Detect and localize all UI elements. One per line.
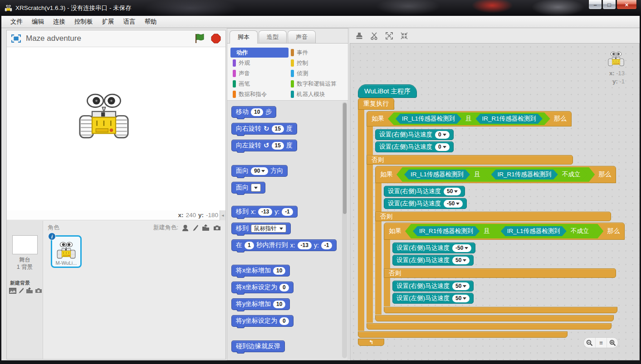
- new-sprite-paint-icon[interactable]: [192, 224, 198, 231]
- sensor-ir-l1[interactable]: IR_L1传感器检测到: [404, 170, 470, 180]
- green-flag-button[interactable]: [194, 34, 206, 44]
- sensor-ir-r1[interactable]: IR_R1传感器检测到: [413, 226, 480, 236]
- if-foot-2[interactable]: [375, 315, 614, 321]
- tab-scripts[interactable]: 脚本: [230, 30, 258, 44]
- set-left-motor-block[interactable]: 设置(左侧)马达速度 0: [375, 141, 454, 152]
- new-backdrop-library-icon[interactable]: [9, 288, 16, 294]
- fullscreen-icon[interactable]: [11, 34, 21, 43]
- set-left-motor-block[interactable]: 设置(左侧)马达速度 -50: [384, 198, 467, 209]
- palette-scrollbar-thumb[interactable]: [343, 103, 347, 214]
- category-pen[interactable]: 画笔: [230, 79, 289, 89]
- forever-loop-arrow-icon[interactable]: ↰: [358, 339, 384, 346]
- block-change-y[interactable]: 将y坐标增加10: [231, 298, 290, 310]
- category-sensing[interactable]: 侦测: [289, 68, 347, 78]
- else-bar-1[interactable]: 否则: [367, 155, 573, 165]
- not-operator[interactable]: IR_L1传感器检测到 不成立: [494, 225, 596, 237]
- close-button[interactable]: ×: [617, 0, 637, 10]
- sprite-card-wulibot[interactable]: i M-WuLi...: [51, 235, 82, 268]
- minimize-button[interactable]: –: [588, 0, 602, 10]
- category-operators[interactable]: 数字和逻辑运算: [289, 79, 347, 89]
- sprite-panel: 舞台 1 背景 新建背景: [7, 221, 225, 359]
- sensor-ir-r1[interactable]: IR_R1传感器检测到: [476, 114, 543, 124]
- menu-item-help[interactable]: 帮助: [140, 16, 161, 28]
- block-change-x[interactable]: 将x坐标增加10: [231, 265, 290, 277]
- if-foot-1[interactable]: [367, 323, 612, 330]
- stage-canvas[interactable]: [7, 47, 225, 210]
- category-sound[interactable]: 声音: [230, 68, 289, 78]
- menu-item-connect[interactable]: 连接: [49, 16, 70, 28]
- and-operator[interactable]: IR_L1传感器检测到 且 IR_R1传感器检测到: [388, 112, 550, 125]
- block-set-y[interactable]: 将y坐标设定为0: [231, 315, 294, 327]
- set-left-motor-block[interactable]: 设置(左侧)马达速度 50: [392, 255, 474, 266]
- block-bounce-on-edge[interactable]: 碰到边缘就反弹: [231, 340, 285, 352]
- block-point-direction[interactable]: 面向 90 方向: [231, 165, 288, 177]
- block-goto-xy[interactable]: 移到x: -13y: -1: [231, 206, 298, 218]
- menu-item-language[interactable]: 语言: [119, 16, 140, 28]
- if-else-block-3[interactable]: 如果 IR_R1传感器检测到 且 IR_L1传感器检测到 不成立: [384, 223, 625, 313]
- new-backdrop-upload-icon[interactable]: [26, 287, 33, 294]
- block-goto-target[interactable]: 移到 鼠标指针: [231, 223, 291, 234]
- forever-block[interactable]: 重复执行 如果 IR_L1传感器检测到 且 IR_R1传感器检测到: [358, 98, 625, 346]
- block-turn-right[interactable]: 向右旋转↻ 15度: [231, 123, 297, 135]
- new-backdrop-camera-icon[interactable]: [35, 288, 42, 293]
- stage-collapse-button[interactable]: ◄: [220, 210, 225, 220]
- else-bar-3[interactable]: 否则: [384, 268, 616, 278]
- tab-costumes[interactable]: 造型: [259, 30, 287, 43]
- script-stack[interactable]: WuLiBot 主程序 重复执行 如果 IR_L1传感器检测到 且 IR_R1传…: [358, 84, 625, 346]
- script-canvas[interactable]: x: -13 y: -1 WuLiBot 主程序 重复执行 如果 IR_L1传感…: [350, 43, 640, 360]
- else-bar-2[interactable]: 否则: [375, 212, 611, 221]
- and-operator[interactable]: IR_L1传感器检测到 且 IR_R1传感器检测到 不成立: [396, 167, 595, 182]
- set-right-motor-block[interactable]: 设置(右侧)马达速度 50: [392, 281, 474, 291]
- zoom-out-button[interactable]: [584, 338, 595, 348]
- category-motion[interactable]: 动作: [230, 48, 289, 58]
- sensor-ir-r1[interactable]: IR_R1传感器检测到: [491, 170, 558, 180]
- block-point-towards[interactable]: 面向: [231, 182, 265, 194]
- if-else-block-2[interactable]: 如果 IR_L1传感器检测到 且 IR_R1传感器检测到 不成立: [375, 166, 625, 321]
- maximize-button[interactable]: □: [602, 0, 616, 10]
- category-control[interactable]: 控制: [289, 58, 347, 68]
- block-move-steps[interactable]: 移动10步: [231, 106, 276, 118]
- set-right-motor-block[interactable]: 设置(右侧)马达速度 -50: [392, 243, 475, 253]
- set-left-motor-block[interactable]: 设置(左侧)马达速度 50: [392, 293, 474, 304]
- block-glide[interactable]: 在1 秒内滑行到x: -13y: -1: [231, 239, 337, 251]
- menu-item-board[interactable]: 控制板: [70, 16, 98, 28]
- menu-item-file[interactable]: 文件: [6, 16, 27, 28]
- and-operator[interactable]: IR_R1传感器检测到 且 IR_L1传感器检测到 不成立: [405, 224, 603, 238]
- new-sprite-upload-icon[interactable]: [202, 224, 210, 231]
- zoom-in-button[interactable]: [607, 338, 618, 348]
- stage-sprite-robot[interactable]: [77, 88, 131, 141]
- stage-thumbnail[interactable]: [12, 235, 38, 254]
- set-right-motor-block[interactable]: 设置(右侧)马达速度 0: [375, 129, 454, 140]
- not-operator[interactable]: IR_R1传感器检测到 不成立: [484, 169, 587, 180]
- stop-button[interactable]: [211, 34, 221, 44]
- rotate-cw-icon: ↻: [264, 125, 269, 133]
- if-else-block-1[interactable]: 如果 IR_L1传感器检测到 且 IR_R1传感器检测到 那么: [367, 111, 625, 330]
- tab-sounds[interactable]: 声音: [288, 30, 316, 43]
- palette-scrollbar[interactable]: [342, 102, 347, 358]
- shrink-sprite-icon[interactable]: [400, 32, 408, 40]
- new-sprite-camera-icon[interactable]: [213, 225, 221, 231]
- new-backdrop-paint-icon[interactable]: [18, 287, 24, 294]
- category-events[interactable]: 事件: [289, 48, 347, 58]
- category-robot[interactable]: 机器人模块: [289, 89, 347, 99]
- menu-item-extension[interactable]: 扩展: [98, 16, 119, 28]
- category-data[interactable]: 数据和指令: [230, 89, 289, 99]
- hat-block-main-program[interactable]: WuLiBot 主程序: [358, 84, 417, 98]
- sensor-ir-l1[interactable]: IR_L1传感器检测到: [501, 226, 567, 236]
- set-right-motor-block[interactable]: 设置(右侧)马达速度 50: [384, 186, 465, 197]
- zoom-reset-button[interactable]: =: [595, 338, 607, 348]
- menu-item-edit[interactable]: 编辑: [27, 16, 49, 28]
- stamp-duplicate-icon[interactable]: [355, 32, 363, 40]
- sensor-ir-l1[interactable]: IR_L1传感器检测到: [396, 114, 461, 124]
- block-set-x[interactable]: 将x坐标设定为0: [231, 281, 294, 293]
- category-looks[interactable]: 外观: [230, 58, 289, 68]
- scissors-delete-icon[interactable]: [370, 32, 378, 40]
- forever-foot[interactable]: [358, 331, 568, 338]
- new-sprite-library-icon[interactable]: [182, 224, 189, 231]
- if-foot-3[interactable]: [384, 307, 617, 313]
- sprite-info-badge[interactable]: i: [48, 233, 56, 240]
- forever-header[interactable]: 重复执行: [358, 98, 394, 110]
- block-turn-left[interactable]: 向左旋转↺ 15度: [231, 140, 297, 151]
- grow-sprite-icon[interactable]: [385, 32, 393, 40]
- coords-x-label: x:: [178, 212, 183, 218]
